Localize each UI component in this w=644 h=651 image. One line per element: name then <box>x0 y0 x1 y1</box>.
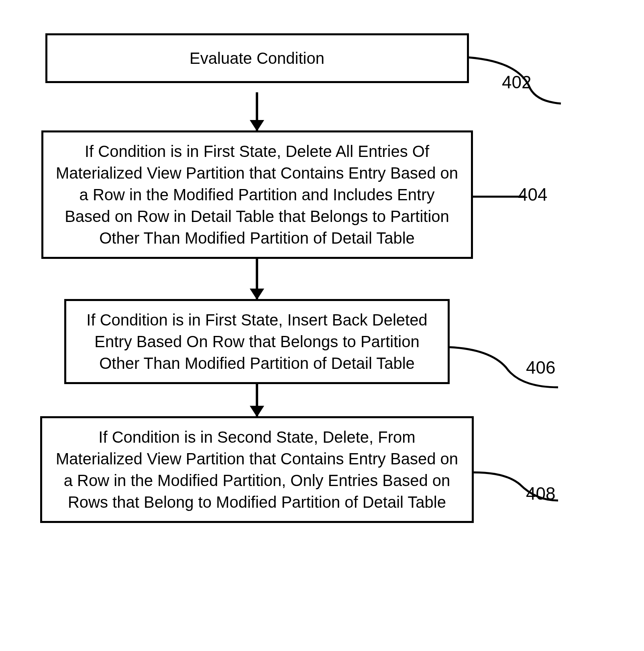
arrow-icon <box>256 259 258 299</box>
step-label: 404 <box>518 185 547 205</box>
step-label: 402 <box>502 72 531 92</box>
step-label: 406 <box>526 358 555 378</box>
step-label: 408 <box>526 484 555 504</box>
flowchart-container: Evaluate Condition 402 If Condition is i… <box>16 24 628 523</box>
step-text: Evaluate Condition <box>190 49 324 67</box>
step-box-evaluate: Evaluate Condition <box>45 33 469 83</box>
step-box-second-state-delete: If Condition is in Second State, Delete,… <box>40 416 474 523</box>
step-text: If Condition is in First State, Delete A… <box>56 142 458 247</box>
step-text: If Condition is in Second State, Delete,… <box>56 428 458 511</box>
step-text: If Condition is in First State, Insert B… <box>86 311 427 372</box>
step-box-first-state-insert: If Condition is in First State, Insert B… <box>64 299 450 384</box>
arrow-icon <box>256 92 258 130</box>
arrow-icon <box>256 384 258 416</box>
step-box-first-state-delete: If Condition is in First State, Delete A… <box>41 130 473 259</box>
